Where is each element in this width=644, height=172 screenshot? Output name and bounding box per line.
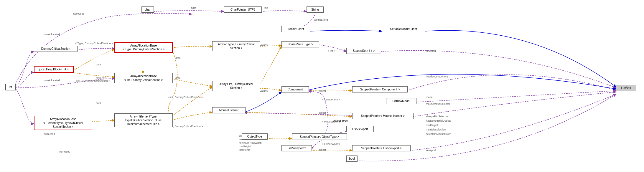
label-object-type-detected: Object Type [333, 119, 348, 122]
label-numused-3: numUsed [59, 150, 70, 153]
node-array-elementtype: Array< ElementType,TypeOfCriticalSection… [114, 113, 173, 127]
node-string: String [307, 6, 324, 13]
diagram-container: { "nodes": [ {"id": "int", "label": "int… [0, 0, 644, 172]
node-arrayallocationbase-int: ArrayAllocationBase< int, DummyCriticalS… [114, 73, 173, 83]
label-numused-2: numUsed [44, 133, 55, 135]
node-tooltipclient: TooltipClient [281, 26, 310, 32]
node-listboxmodel: ListBoxModel [386, 98, 416, 104]
label-data-2: data [96, 102, 101, 105]
node-mouselistener: MouseListener [212, 107, 246, 113]
node-scopedpointer-mouselistener: ScopedPointer< MouseListener > [352, 113, 414, 119]
node-arrayallocationbase-element: ArrayAllocationBase< ElementType, TypeOf… [34, 116, 92, 130]
label-data-4: data [175, 77, 181, 80]
label-values-2: values [260, 90, 268, 92]
label-rowheight2: rowHeight [239, 145, 251, 148]
label-numallocated: numAllocated [44, 33, 60, 36]
label-component: < Component > [322, 98, 340, 101]
label-elements: elements [96, 77, 107, 80]
node-objecttype: ObjectType [242, 133, 268, 140]
node-scopedpointer-listviewport: ScopedPointer< ListViewport > [352, 145, 411, 151]
node-listviewport: ListViewport [346, 126, 374, 132]
node-scopedpointer-objecttype: ScopedPointer< ObjectType > [292, 133, 347, 140]
label-type-dummy: < Type, DummyCriticalSection > [75, 42, 113, 45]
label-model: model [426, 96, 433, 99]
edges-svg [0, 0, 644, 172]
label-hasdoneinitial: hasDoneInitialUpdate [426, 119, 451, 122]
label-values-1: values [260, 44, 268, 47]
label-alwaysflip: alwaysFlipSelection [426, 115, 449, 118]
node-int: int [5, 84, 16, 90]
label-data-1: data [96, 63, 101, 66]
node-scopedpointer-component: ScopedPointer< Component > [352, 86, 408, 92]
label-int-dummy-3: < int, DummyCriticalSection > [168, 96, 203, 99]
node-arrayallocationbase-type: ArrayAllocationBase< Type, DummyCritical… [114, 42, 173, 53]
node-sparseset-int: SparseSet< int > [346, 48, 381, 54]
label-viewport: viewport [426, 149, 436, 152]
label-tooltipstring: tooltipString [314, 18, 328, 21]
node-settabletooltipclient: SettableTooltipClient [382, 26, 425, 32]
label-minimumrowwidth: minimumRowWidth [239, 141, 262, 144]
label-mousemoveselector: mouseMoveSelector [426, 102, 450, 105]
label-object-1: object [319, 90, 326, 92]
node-listbox: ListBox [616, 85, 636, 91]
node-listviewport-ptr: ListViewport * [281, 145, 312, 151]
label-int: < int > [328, 49, 335, 52]
node-bool: bool [346, 156, 358, 162]
label-selected: selected [426, 49, 436, 52]
node-juce-heapblock: juce::HeapBlock< int > [34, 66, 74, 73]
label-object-2: object [319, 111, 326, 114]
label-listviewport: < ListViewport > [322, 143, 341, 145]
label-int-dummy: < int, DummyCriticalSection > [75, 80, 110, 82]
node-array-int-dummy: Array< int, DummyCriticalSection > [212, 81, 260, 91]
label-data-3: data [175, 57, 181, 59]
node-sparseset-type: SparseSet< Type > [281, 41, 319, 47]
label-int-dummy-2: < int, DummyCriticalSection > [168, 125, 203, 128]
node-dummycriticalsection: DummyCriticalSection [34, 46, 78, 52]
label-numallocated-2: numAllocated [44, 79, 60, 82]
label-multipleselection: multipleSelection [426, 128, 446, 131]
node-array-type-dummy: Array< Type, DummyCriticalSection > [212, 41, 260, 51]
label-headercomponent: headerComponent [426, 75, 448, 78]
label-totalitems: totalItems [239, 148, 250, 151]
node-component: Component [281, 86, 309, 92]
label-numused-top: numUsed [73, 12, 85, 15]
label-rowheight: rowHeight [426, 124, 438, 127]
node-char: char [141, 6, 154, 13]
node-charpointer-utf8: CharPointer_UTF8 [224, 6, 262, 13]
label-object-4: object [319, 148, 326, 151]
label-selectonmousedown: selectOnMouseDown [426, 133, 451, 135]
label-data-char: data [191, 6, 196, 9]
label-text: text [264, 6, 268, 9]
